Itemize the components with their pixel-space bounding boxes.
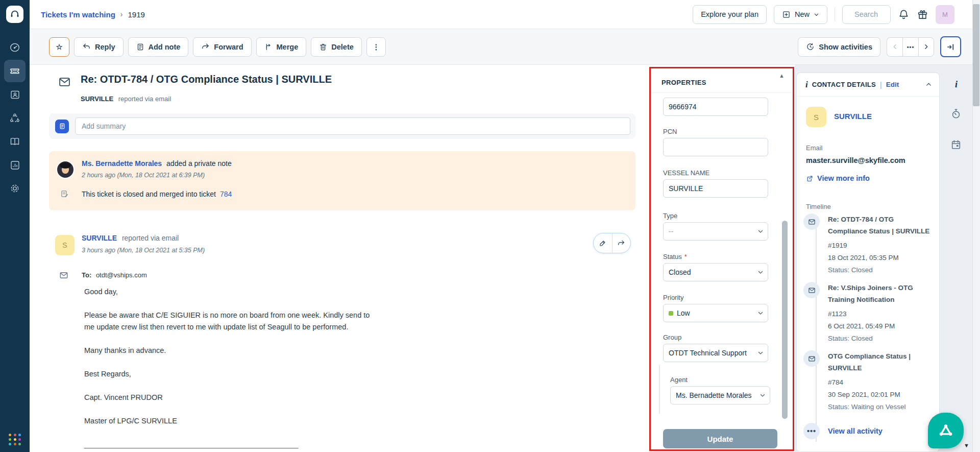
summary-doc-icon	[55, 120, 69, 133]
user-avatar-initial: M	[942, 11, 948, 18]
calendar-tab-icon[interactable]	[950, 139, 962, 150]
contact-name-link[interactable]: SURVILLE	[834, 112, 872, 121]
requester-via: reported via email	[118, 95, 171, 103]
view-more-info-link[interactable]: View more info	[806, 174, 870, 182]
previous-ticket-button[interactable]	[887, 37, 902, 57]
status-select[interactable]: Closed	[663, 263, 768, 281]
timeline-item-title[interactable]: Re: V.Ships Joiners - OTG Training Notif…	[828, 282, 932, 305]
summary-input[interactable]	[75, 117, 630, 135]
email-body: Good day, Please be aware that C/E SIGUI…	[84, 286, 379, 450]
notifications-button[interactable]	[898, 9, 910, 20]
collapse-panel-button[interactable]	[940, 36, 961, 57]
ellipsis-icon: •••	[907, 44, 915, 50]
mail-icon	[803, 213, 820, 230]
merged-ticket-link[interactable]: 784	[220, 190, 232, 198]
page-scrollbar-thumb[interactable]	[973, 4, 979, 106]
add-note-to-message-button[interactable]	[594, 233, 612, 253]
requester-avatar-initial: S	[62, 241, 67, 249]
new-button[interactable]: New	[774, 5, 827, 24]
sidebar-item-solutions[interactable]	[0, 130, 30, 153]
note-author-link[interactable]: Ms. Bernadette Morales	[82, 159, 162, 168]
forward-icon	[201, 42, 210, 51]
note-body-icon	[60, 189, 69, 198]
sidebar-item-community[interactable]	[0, 107, 30, 129]
delete-button[interactable]: Delete	[311, 37, 362, 57]
reply-button[interactable]: Reply	[74, 37, 124, 57]
explore-plan-button[interactable]: Explore your plan	[693, 5, 767, 24]
search-box[interactable]	[842, 5, 891, 24]
search-input[interactable]	[854, 10, 884, 18]
priority-value: Low	[677, 309, 690, 317]
sidebar-item-tickets[interactable]	[0, 60, 30, 82]
timeline-item-title[interactable]: OTG Compliance Status | SURVILLE	[828, 350, 932, 374]
private-note-header: Ms. Bernadette Morales added a private n…	[82, 159, 232, 168]
collapse-panel-icon	[946, 42, 955, 52]
show-activities-button[interactable]: Show activities	[798, 37, 880, 57]
left-nav-rail	[0, 0, 30, 452]
note-body: This ticket is closed and merged into ti…	[82, 190, 232, 198]
sidebar-item-analytics[interactable]	[0, 154, 30, 176]
view-all-activity-link[interactable]: View all activity	[828, 427, 883, 435]
scroll-more-caret-icon[interactable]: ▼	[964, 442, 969, 448]
sidebar-item-admin[interactable]	[0, 177, 30, 200]
merge-button[interactable]: Merge	[256, 37, 307, 57]
forward-button[interactable]: Forward	[193, 37, 251, 57]
sidebar-item-dashboard[interactable]	[0, 36, 30, 59]
breadcrumb-parent-link[interactable]: Tickets I'm watching	[41, 10, 115, 19]
timeline-item-status: Status: Waiting on Vessel	[828, 403, 932, 411]
reply-icon	[82, 42, 91, 51]
time-logs-tab-icon[interactable]	[950, 108, 962, 120]
update-button[interactable]: Update	[663, 429, 777, 448]
history-clock-icon	[806, 42, 815, 51]
note-icon	[136, 43, 144, 51]
ticket-toolbar: ☆ Reply Add note Forward Merge Delete ⋮	[30, 29, 972, 65]
message-hover-actions	[593, 233, 631, 253]
user-avatar[interactable]: M	[936, 5, 954, 24]
chat-widget-button[interactable]	[928, 413, 964, 448]
next-ticket-button[interactable]	[918, 37, 934, 57]
freshdesk-logo[interactable]	[6, 6, 23, 23]
add-note-button[interactable]: Add note	[128, 37, 189, 57]
more-actions-button[interactable]: ⋮	[366, 37, 386, 57]
priority-select[interactable]: Low	[663, 304, 768, 322]
contact-avatar: S	[806, 107, 826, 127]
properties-scrollbar-thumb[interactable]	[782, 221, 788, 419]
header-divider	[835, 8, 835, 21]
mail-icon	[803, 282, 820, 298]
requester-name[interactable]: SURVILLE	[81, 95, 113, 103]
type-label: Type	[663, 212, 677, 220]
agent-select[interactable]: Ms. Bernadette Morales	[670, 386, 770, 405]
title-separator: |	[880, 81, 882, 89]
whats-new-button[interactable]	[917, 9, 928, 20]
contact-info-tab-icon[interactable]: i	[955, 79, 958, 90]
timeline-item[interactable]: Re: V.Ships Joiners - OTG Training Notif…	[803, 282, 932, 342]
timeline-item[interactable]: OTG Compliance Status | SURVILLE #784 30…	[803, 350, 932, 411]
type-select[interactable]: --	[663, 222, 768, 241]
scroll-up-arrow-icon[interactable]: ▲	[779, 73, 785, 79]
pcn-input[interactable]	[663, 138, 768, 156]
status-label: Status*	[663, 253, 687, 260]
conversation-header: SURVILLE reported via email	[82, 234, 179, 242]
priority-label: Priority	[663, 294, 683, 301]
forward-message-button[interactable]	[612, 233, 631, 253]
to-line: To: otdt@vships.com	[82, 271, 147, 279]
timeline-item-title[interactable]: Re: OTDT-784 / OTG Compliance Status | S…	[828, 213, 932, 237]
sidebar-item-contacts[interactable]	[0, 83, 30, 106]
conversation-author-link[interactable]: SURVILLE	[82, 234, 117, 242]
ellipsis-icon: •••	[803, 423, 820, 439]
timeline-item-date: 30 Sep 2021, 02:01 PM	[828, 391, 932, 398]
collapse-chevron-icon[interactable]	[925, 81, 932, 88]
vessel-name-input[interactable]	[663, 179, 768, 198]
view-all-activity-row[interactable]: ••• View all activity	[803, 423, 932, 439]
timeline-item[interactable]: Re: OTDT-784 / OTG Compliance Status | S…	[803, 213, 932, 274]
dashboard-icon	[9, 42, 20, 53]
edit-contact-link[interactable]: Edit	[886, 81, 899, 88]
external-link-icon	[806, 175, 814, 182]
watch-star-button[interactable]: ☆	[49, 37, 69, 57]
ticket-list-button[interactable]: •••	[902, 37, 918, 57]
imo-number-input[interactable]	[663, 98, 768, 116]
group-select[interactable]: OTDT Technical Support	[663, 344, 768, 362]
app-switcher[interactable]	[9, 434, 22, 446]
note-body-text: This ticket is closed and merged into ti…	[82, 190, 216, 198]
page-scrollbar[interactable]	[972, 0, 980, 452]
